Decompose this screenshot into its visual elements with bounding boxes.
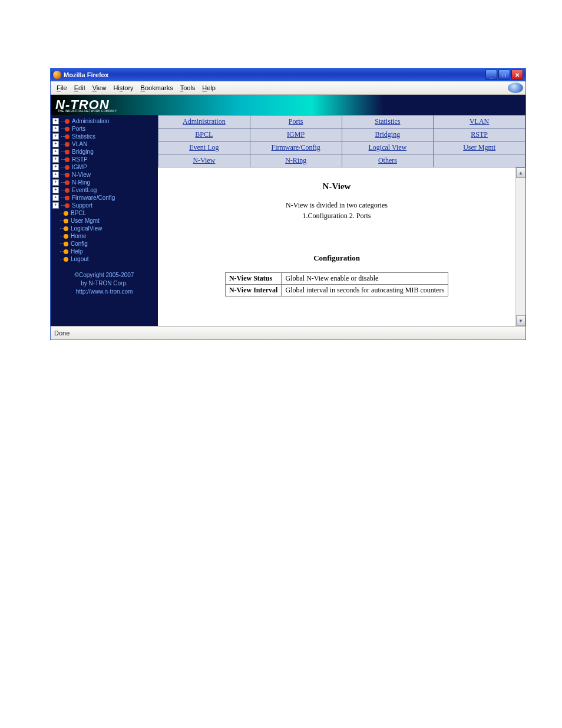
sidebar-item-label[interactable]: Ports [72,125,85,133]
top-nav-link[interactable]: IGMP [287,130,305,139]
menu-edit[interactable]: Edit [71,83,89,93]
top-nav-cell[interactable]: VLAN [434,116,525,129]
sidebar-item-label[interactable]: Firmware/Config [72,194,115,202]
top-nav-link[interactable]: N-View [193,156,215,164]
tree-expander-icon[interactable]: + [52,149,59,155]
tree-expander-icon[interactable]: + [52,172,59,178]
top-nav-link[interactable]: Firmware/Config [271,143,320,151]
sidebar-item-label[interactable]: User Mgmt [71,217,100,225]
tree-expander-icon[interactable]: + [52,133,59,140]
throbber-icon [508,83,523,93]
sidebar-item-label[interactable]: BPCL [71,209,86,217]
top-nav-link[interactable]: N-Ring [285,156,306,164]
top-nav-link[interactable]: Event Log [189,143,219,151]
sidebar-item[interactable]: +Bridging [51,148,158,156]
sidebar-item-label[interactable]: Bridging [72,148,94,156]
top-nav-cell[interactable]: Firmware/Config [250,141,342,154]
top-nav-link[interactable]: Ports [289,117,303,126]
menu-bookmarks[interactable]: Bookmarks [137,83,177,93]
sidebar-item[interactable]: +Support [51,202,158,209]
top-nav-cell[interactable]: N-View [158,154,250,167]
sidebar-item[interactable]: Help [51,248,158,255]
sidebar-item-label[interactable]: Home [71,232,87,240]
sidebar-item[interactable]: BPCL [51,209,158,217]
sidebar-item-label[interactable]: N-View [72,171,91,179]
tree-expander-icon[interactable]: + [52,195,59,201]
attr-desc: Global interval in seconds for autocasti… [282,285,448,297]
sidebar-item-label[interactable]: LogicalView [71,225,102,232]
tree-expander-icon[interactable]: + [52,156,59,163]
top-nav-link[interactable]: BPCL [195,130,213,139]
maximize-button[interactable]: □ [498,70,510,80]
close-button[interactable]: ✕ [511,70,523,80]
tree-expander-icon[interactable]: + [52,164,59,170]
sidebar-item-label[interactable]: Statistics [72,133,95,140]
minimize-button[interactable]: _ [485,70,497,80]
sidebar-item-label[interactable]: Logout [71,255,89,263]
top-nav-link[interactable]: Administration [183,117,226,126]
top-nav-link[interactable]: Logical View [369,143,407,151]
top-nav-link[interactable]: Statistics [375,117,400,126]
tree-expander-icon[interactable]: + [52,202,59,209]
top-nav-cell[interactable]: BPCL [158,129,250,141]
sidebar-item-label[interactable]: RSTP [72,156,88,163]
window-titlebar[interactable]: Mozilla Firefox _ □ ✕ [51,68,525,81]
menu-history[interactable]: History [110,83,137,93]
sidebar-item[interactable]: +N-Ring [51,179,158,186]
sidebar-item[interactable]: +Statistics [51,133,158,140]
top-nav-cell[interactable]: User Mgmt [434,141,525,154]
top-nav-cell[interactable]: Bridging [342,129,434,141]
top-nav-cell[interactable]: Event Log [158,141,250,154]
scroll-track[interactable] [516,178,525,315]
top-nav-cell[interactable]: Others [342,154,434,167]
sidebar-item-label[interactable]: N-Ring [72,179,90,186]
menu-tools[interactable]: Tools [177,83,199,93]
sidebar-item-label[interactable]: Help [71,248,83,255]
top-nav-cell[interactable]: N-Ring [250,154,342,167]
top-nav-link[interactable]: User Mgmt [463,143,495,151]
scroll-up-button[interactable]: ▲ [516,167,525,178]
sidebar-item[interactable]: +Administration [51,117,158,125]
copyright-url[interactable]: http://www.n-tron.com [51,288,158,296]
tree-expander-icon[interactable]: + [52,126,59,132]
sidebar-item[interactable]: +EventLog [51,186,158,194]
menu-help[interactable]: Help [199,83,219,93]
sidebar-item-label[interactable]: Config [71,240,88,248]
tree-expander-icon[interactable]: + [52,187,59,193]
tree-expander-icon[interactable]: + [52,179,59,186]
scroll-down-button[interactable]: ▼ [516,315,525,326]
sidebar-item-label[interactable]: VLAN [72,140,87,148]
top-nav-cell[interactable]: IGMP [250,129,342,141]
sidebar-item-label[interactable]: Support [72,202,92,209]
tree-expander-icon[interactable]: + [52,141,59,147]
sidebar-item[interactable]: Config [51,240,158,248]
sidebar-item[interactable]: Home [51,232,158,240]
sidebar-item-label[interactable]: Administration [72,117,109,125]
top-nav-link[interactable]: Others [378,156,397,164]
top-nav-link[interactable]: VLAN [470,117,489,126]
top-nav-cell[interactable]: Ports [250,116,342,129]
sidebar-item-label[interactable]: IGMP [72,163,87,171]
top-nav-link[interactable]: RSTP [471,130,488,139]
sidebar-item-label[interactable]: EventLog [72,186,97,194]
sidebar-item[interactable]: +Ports [51,125,158,133]
menu-view[interactable]: View [89,83,110,93]
top-nav-cell[interactable]: Administration [158,116,250,129]
sidebar-item[interactable]: +VLAN [51,140,158,148]
top-nav-cell[interactable]: RSTP [434,129,525,141]
sidebar-item[interactable]: +Firmware/Config [51,194,158,202]
top-nav-cell[interactable]: Logical View [342,141,434,154]
vertical-scrollbar[interactable]: ▲ ▼ [515,167,525,326]
sidebar-item[interactable]: +RSTP [51,156,158,163]
sidebar-item[interactable]: LogicalView [51,225,158,232]
sidebar-item[interactable]: +IGMP [51,163,158,171]
sidebar-item[interactable]: Logout [51,255,158,263]
menu-file[interactable]: File [53,83,71,93]
sidebar-item[interactable]: +N-View [51,171,158,179]
top-nav-link[interactable]: Bridging [375,130,401,139]
top-nav-cell[interactable]: Statistics [342,116,434,129]
sidebar-item[interactable]: User Mgmt [51,217,158,225]
sidebar-footer: ©Copyright 2005-2007 by N-TRON Corp. htt… [51,271,158,296]
attr-name: N-View Status [225,273,282,285]
tree-expander-icon[interactable]: + [52,118,59,124]
